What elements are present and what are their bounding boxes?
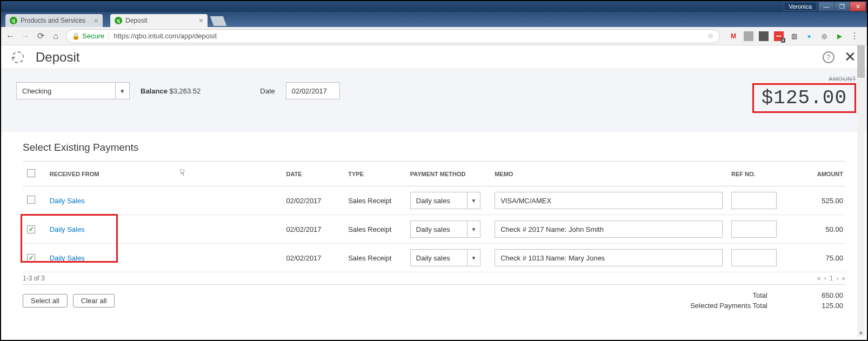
lastpass-ext-icon[interactable]: ••• xyxy=(774,31,784,41)
tab-close-icon[interactable]: × xyxy=(90,16,98,25)
received-from-link[interactable]: Daily Sales xyxy=(50,197,85,205)
vertical-scrollbar[interactable]: ▲ ▼ xyxy=(857,45,865,337)
window-close-button[interactable]: ✕ xyxy=(850,2,866,11)
page-header: Deposit ? ✕ xyxy=(1,45,867,69)
browser-tab-products[interactable]: q Products and Services × xyxy=(5,14,103,27)
total-label: Total xyxy=(753,291,767,299)
row-type: Sales Receipt xyxy=(344,244,406,272)
balance-display: Balance $3,263.52 xyxy=(141,87,201,95)
ext-icon-4[interactable]: ● xyxy=(804,31,814,41)
select-all-button[interactable]: Select all xyxy=(23,294,68,307)
col-payment-method[interactable]: PAYMENT METHOD xyxy=(406,162,490,186)
amount-highlight-box: $125.00 xyxy=(752,83,856,113)
ext-icon-5[interactable]: ◎ xyxy=(819,31,829,41)
row-date: 02/02/2017 xyxy=(282,215,344,244)
payment-method-select[interactable]: Daily sales▼ xyxy=(410,220,480,238)
pager-page[interactable]: 1 xyxy=(830,275,833,282)
extension-icons: M ••• ▥ ● ◎ ▶ ⋮ xyxy=(725,31,863,41)
col-memo[interactable]: MEMO xyxy=(490,162,727,186)
col-type[interactable]: TYPE xyxy=(344,162,406,186)
row-date: 02/02/2017 xyxy=(282,244,344,272)
address-bar[interactable]: 🔒 Secure https://qbo.intuit.com/app/depo… xyxy=(66,29,720,43)
table-header-row: RECEIVED FROM DATE TYPE PAYMENT METHOD M… xyxy=(23,162,845,186)
date-input[interactable]: 02/02/2017 xyxy=(286,82,340,99)
reload-button[interactable]: ⟳ xyxy=(36,31,45,41)
payment-method-select[interactable]: Daily sales▼ xyxy=(410,192,480,209)
memo-input[interactable]: VISA/MC/AMEX xyxy=(495,192,723,209)
pager-prev-icon[interactable]: ‹ xyxy=(824,275,826,282)
memo-input[interactable]: Check # 1013 Name: Mary Jones xyxy=(495,249,723,266)
chevron-down-icon: ▾ xyxy=(115,83,129,99)
ext-icon-1[interactable] xyxy=(744,31,753,41)
col-ref-no[interactable]: REF NO. xyxy=(727,162,789,186)
header-checkbox-cell xyxy=(23,162,45,186)
balance-label: Balance xyxy=(141,87,168,95)
totals-block: Total 650.00 Selected Payments Total 125… xyxy=(688,290,845,311)
browser-toolbar: ← → ⟳ ⌂ 🔒 Secure https://qbo.intuit.com/… xyxy=(1,27,867,45)
pager-last-icon[interactable]: » xyxy=(842,275,845,282)
row-checkbox[interactable] xyxy=(27,196,35,204)
row-date: 02/02/2017 xyxy=(282,186,344,215)
ref-no-input[interactable] xyxy=(731,192,777,209)
pager-first-icon[interactable]: « xyxy=(817,275,821,282)
date-label: Date xyxy=(260,87,275,95)
received-from-link[interactable]: Daily Sales xyxy=(50,254,85,262)
window-minimize-button[interactable]: — xyxy=(818,2,834,11)
row-checkbox[interactable] xyxy=(27,225,35,233)
select-all-checkbox[interactable] xyxy=(27,169,35,177)
tab-title: Products and Services xyxy=(21,17,85,24)
date-value: 02/02/2017 xyxy=(292,87,327,95)
forward-button[interactable]: → xyxy=(21,31,30,41)
row-type: Sales Receipt xyxy=(344,186,406,215)
window-maximize-button[interactable]: ❐ xyxy=(834,2,850,11)
received-from-link[interactable]: Daily Sales xyxy=(50,225,85,233)
amount-value: $125.00 xyxy=(762,87,847,109)
history-icon[interactable] xyxy=(12,51,24,63)
chevron-down-icon: ▼ xyxy=(467,221,480,237)
qb-favicon-icon: q xyxy=(115,17,122,24)
window-user-label: Veronica xyxy=(784,2,817,11)
amount-label: AMOUNT xyxy=(752,76,856,82)
payment-method-select[interactable]: Daily sales▼ xyxy=(410,249,480,266)
browser-tab-deposit[interactable]: q Deposit × xyxy=(110,14,208,27)
page-title: Deposit xyxy=(36,50,79,65)
pager-next-icon[interactable]: › xyxy=(836,275,838,282)
gmail-ext-icon[interactable]: M xyxy=(729,31,738,41)
back-button[interactable]: ← xyxy=(5,31,15,41)
chevron-down-icon: ▼ xyxy=(467,192,480,209)
table-footer: 1-3 of 3 « ‹ 1 › » xyxy=(23,272,845,285)
col-date[interactable]: DATE xyxy=(282,162,344,186)
tab-close-icon[interactable]: × xyxy=(195,16,203,25)
row-amount: 525.00 xyxy=(789,186,845,215)
chrome-menu-icon[interactable]: ⋮ xyxy=(850,31,859,41)
ref-no-input[interactable] xyxy=(731,220,777,238)
table-row: Daily Sales 02/02/2017 Sales Receipt Dai… xyxy=(23,215,845,244)
account-selected-value: Checking xyxy=(22,87,51,95)
pager: « ‹ 1 › » xyxy=(817,275,845,282)
col-amount[interactable]: AMOUNT xyxy=(789,162,845,186)
account-select[interactable]: Checking ▾ xyxy=(16,82,130,99)
ext-icon-2[interactable] xyxy=(759,31,769,41)
url-text: https://qbo.intuit.com/app/deposit xyxy=(113,32,217,40)
ext-icon-3[interactable]: ▥ xyxy=(789,31,799,41)
amount-block: AMOUNT $125.00 xyxy=(752,76,856,113)
scrollbar-thumb[interactable] xyxy=(857,45,865,78)
scroll-down-icon[interactable]: ▼ xyxy=(857,329,865,337)
memo-input[interactable]: Check # 2017 Name: John Smith xyxy=(495,220,723,238)
new-tab-button[interactable] xyxy=(210,16,227,26)
lock-icon: 🔒 xyxy=(72,32,80,40)
table-row: Daily Sales 02/02/2017 Sales Receipt Dai… xyxy=(23,244,845,272)
selected-total-label: Selected Payments Total xyxy=(690,302,767,310)
row-checkbox[interactable] xyxy=(27,254,35,262)
home-button[interactable]: ⌂ xyxy=(51,31,61,41)
bookmark-star-icon[interactable]: ☆ xyxy=(707,32,714,40)
clear-all-button[interactable]: Clear all xyxy=(73,294,115,307)
close-panel-icon[interactable]: ✕ xyxy=(844,49,856,65)
col-received-from[interactable]: RECEIVED FROM xyxy=(45,162,282,186)
ref-no-input[interactable] xyxy=(731,249,777,266)
row-amount: 75.00 xyxy=(789,244,845,272)
existing-payments-section: Select Existing Payments RECEIVED FROM D… xyxy=(1,132,867,316)
section-title: Select Existing Payments xyxy=(23,142,845,153)
ext-icon-6[interactable]: ▶ xyxy=(834,31,844,41)
help-icon[interactable]: ? xyxy=(823,51,834,63)
